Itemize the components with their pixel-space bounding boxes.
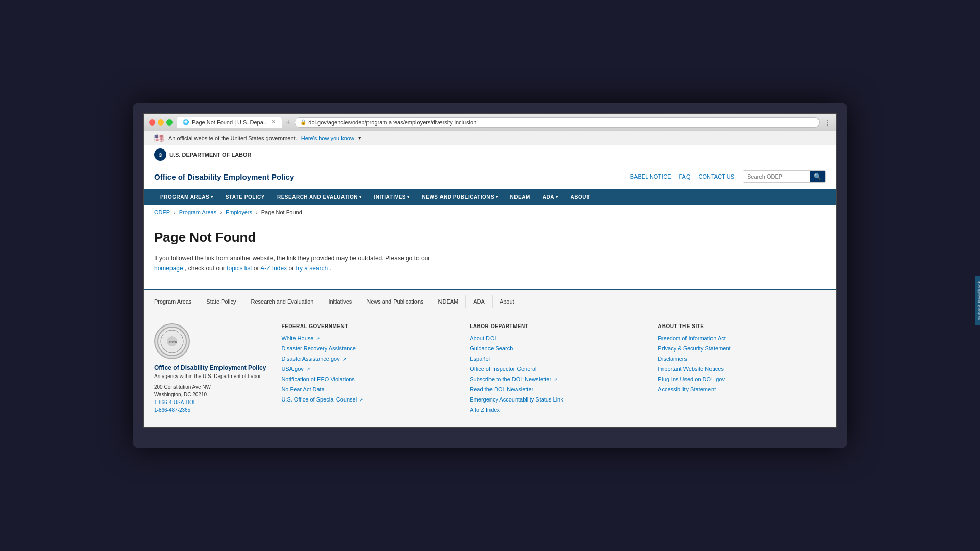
nav-item-ndeam[interactable]: NDEAM <box>504 189 536 205</box>
footer-link-atozindex[interactable]: A to Z Index <box>470 407 638 413</box>
footer-link-aboutdol[interactable]: About DOL <box>470 335 638 341</box>
topics-list-link[interactable]: topics list <box>227 265 252 272</box>
nav-item-ada[interactable]: ADA ▾ <box>536 189 565 205</box>
footer-link-nofear[interactable]: No Fear Act Data <box>281 386 449 392</box>
footer-link-privacy[interactable]: Privacy & Security Statement <box>658 345 826 352</box>
us-flag-icon: 🇺🇸 <box>154 133 164 143</box>
footer-nav: Program Areas State Policy Research and … <box>144 289 836 313</box>
nav-label-ndeam: NDEAM <box>510 194 530 200</box>
gov-banner-text: An official website of the United States… <box>168 135 297 141</box>
footer-nav-state-policy[interactable]: State Policy <box>199 295 243 308</box>
footer-link-usagov[interactable]: USA.gov ↗ <box>281 366 449 372</box>
tab-close-button[interactable]: ✕ <box>271 119 276 126</box>
search-button[interactable]: 🔍 <box>810 171 825 182</box>
tab-title: Page Not Found | U.S. Depa... <box>192 119 268 126</box>
maximize-window-button[interactable] <box>166 119 173 126</box>
nav-item-research[interactable]: RESEARCH AND EVALUATION ▾ <box>271 189 368 205</box>
site-title[interactable]: Office of Disability Employment Policy <box>154 172 294 181</box>
footer-col-about-site: ABOUT THE SITE Freedom of Information Ac… <box>658 323 826 417</box>
browser-menu-icon[interactable]: ⋮ <box>824 118 831 127</box>
dol-logo-text: ⊙ <box>158 152 162 158</box>
header-links: BABEL NOTICE FAQ CONTACT US 🔍 <box>630 170 826 183</box>
breadcrumb-current: Page Not Found <box>261 209 302 215</box>
footer-col-federal: FEDERAL GOVERNMENT White House ↗ Disaste… <box>281 323 449 417</box>
footer-nav-ndeam[interactable]: NDEAM <box>431 295 467 308</box>
footer-logo-section: LABOR Office of Disability Employment Po… <box>154 323 266 417</box>
page-title: Page Not Found <box>154 230 826 245</box>
main-navigation: PROGRAM AREAS ▾ STATE POLICY RESEARCH AN… <box>144 189 836 205</box>
nav-item-state-policy[interactable]: STATE POLICY <box>219 189 271 205</box>
footer-link-emergency[interactable]: Emergency Accountability Status Link <box>470 396 638 403</box>
svg-text:LABOR: LABOR <box>167 341 178 344</box>
babel-notice-link[interactable]: BABEL NOTICE <box>630 173 671 180</box>
footer-nav-research[interactable]: Research and Evaluation <box>243 295 321 308</box>
nav-item-news[interactable]: NEWS AND PUBLICATIONS ▾ <box>415 189 504 205</box>
or2-text: or <box>289 265 295 272</box>
nav-label-state-policy: STATE POLICY <box>226 194 265 200</box>
az-index-link[interactable]: A-Z Index <box>260 265 287 272</box>
browser-actions: ⋮ <box>824 118 831 127</box>
search-box: 🔍 <box>743 170 826 183</box>
footer-federal-title: FEDERAL GOVERNMENT <box>281 323 449 329</box>
footer-nav-initiatives[interactable]: Initiatives <box>321 295 359 308</box>
chevron-down-icon-news: ▾ <box>496 195 498 199</box>
footer-link-inspector[interactable]: Office of Inspector General <box>470 366 638 372</box>
footer-link-read-newsletter[interactable]: Read the DOL Newsletter <box>470 386 638 392</box>
footer-link-accessibility[interactable]: Accessibility Statement <box>658 386 826 392</box>
breadcrumb-employers[interactable]: Employers <box>226 209 252 215</box>
footer-link-website-notices[interactable]: Important Website Notices <box>658 366 826 372</box>
footer: LABOR Office of Disability Employment Po… <box>144 313 836 427</box>
new-tab-button[interactable]: + <box>286 118 290 127</box>
breadcrumb-program-areas[interactable]: Program Areas <box>179 209 216 215</box>
nav-item-program-areas[interactable]: PROGRAM AREAS ▾ <box>154 189 219 205</box>
address-bar[interactable]: 🔒 dol.gov/agencies/odep/program-areas/em… <box>295 117 820 128</box>
search-input[interactable] <box>743 171 810 182</box>
try-search-link[interactable]: try a search <box>296 265 328 272</box>
dol-logo[interactable]: ⊙ U.S. DEPARTMENT OF LABOR <box>154 148 252 161</box>
dropdown-arrow-icon: ▾ <box>358 135 361 141</box>
nav-label-news: NEWS AND PUBLICATIONS <box>422 194 494 200</box>
nav-label-about: ABOUT <box>570 194 590 200</box>
footer-org-name: Office of Disability Employment Policy <box>154 364 266 371</box>
phone1-link[interactable]: 1-866-4-USA-DOL <box>154 399 196 405</box>
footer-aboutsite-title: ABOUT THE SITE <box>658 323 826 329</box>
breadcrumb-odep[interactable]: ODEP <box>154 209 170 215</box>
footer-link-disasterassistance[interactable]: DisasterAssistance.gov ↗ <box>281 356 449 362</box>
footer-link-osc[interactable]: U.S. Office of Special Counsel ↗ <box>281 396 449 403</box>
footer-nav-about[interactable]: About <box>493 295 522 308</box>
footer-nav-news[interactable]: News and Publications <box>359 295 431 308</box>
chevron-down-icon-ada: ▾ <box>556 195 558 199</box>
close-window-button[interactable] <box>149 119 155 126</box>
footer-labor-title: LABOR DEPARTMENT <box>470 323 638 329</box>
phone2-link[interactable]: 1-866-487-2365 <box>154 407 190 413</box>
contact-us-link[interactable]: CONTACT US <box>699 173 735 180</box>
footer-link-guidance[interactable]: Guidance Search <box>470 345 638 352</box>
breadcrumb-sep-3: › <box>256 209 258 215</box>
nav-label-program-areas: PROGRAM AREAS <box>160 194 209 200</box>
footer-link-eeo[interactable]: Notification of EEO Violations <box>281 376 449 382</box>
homepage-link[interactable]: homepage <box>154 265 183 272</box>
footer-link-whitehouse[interactable]: White House ↗ <box>281 335 449 341</box>
lock-icon: 🔒 <box>300 119 306 125</box>
footer-link-subscribe[interactable]: Subscribe to the DOL Newsletter ↗ <box>470 376 638 382</box>
footer-nav-ada[interactable]: ADA <box>466 295 493 308</box>
minimize-window-button[interactable] <box>158 119 164 126</box>
dol-seal: LABOR <box>154 323 190 359</box>
how-you-know-link[interactable]: Here's how you know <box>301 135 354 141</box>
footer-nav-program-areas[interactable]: Program Areas <box>154 295 199 308</box>
site-header: Office of Disability Employment Policy B… <box>144 164 836 189</box>
footer-link-disaster[interactable]: Disaster Recovery Assistance <box>281 345 449 352</box>
faq-link[interactable]: FAQ <box>679 173 690 180</box>
period: . <box>330 265 331 272</box>
footer-link-foia[interactable]: Freedom of Information Act <box>658 335 826 341</box>
breadcrumb: ODEP › Program Areas › Employers › Page … <box>144 205 836 219</box>
browser-window-controls <box>149 119 173 126</box>
feedback-tab[interactable]: Submit Feedback <box>975 276 980 325</box>
nav-item-initiatives[interactable]: INITIATIVES ▾ <box>368 189 415 205</box>
footer-link-disclaimers[interactable]: Disclaimers <box>658 356 826 362</box>
tab-favicon: 🌐 <box>183 119 189 125</box>
footer-link-espanol[interactable]: Español <box>470 356 638 362</box>
footer-link-plugins[interactable]: Plug-Ins Used on DOL.gov <box>658 376 826 382</box>
browser-tab[interactable]: 🌐 Page Not Found | U.S. Depa... ✕ <box>177 117 282 128</box>
nav-item-about[interactable]: ABOUT <box>564 189 596 205</box>
